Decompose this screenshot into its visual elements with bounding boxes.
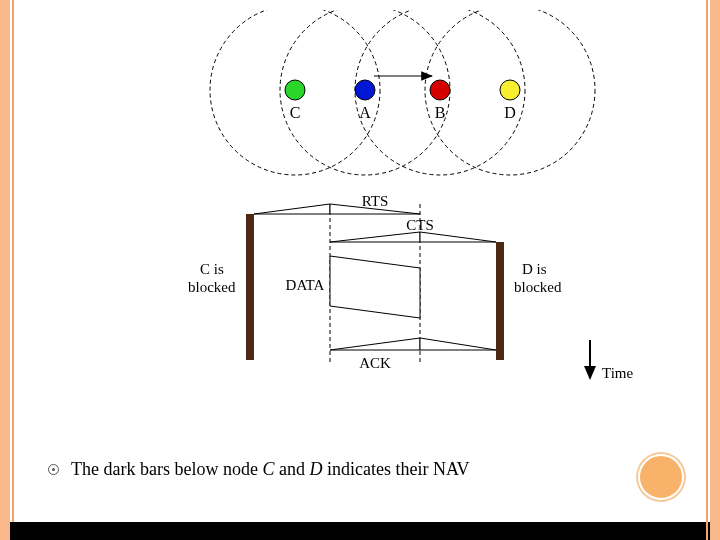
- diagram-area: C A B D: [110, 10, 630, 440]
- bottom-band: [10, 522, 710, 540]
- node-D: [500, 80, 520, 100]
- caption-C: C: [262, 459, 274, 479]
- caption-prefix: The dark bars below node: [71, 459, 262, 479]
- label-RTS: RTS: [362, 193, 389, 209]
- caption-row: The dark bars below node C and D indicat…: [48, 459, 470, 480]
- range-circles-diagram: C A B D: [150, 10, 650, 190]
- nav-bar-D: [496, 242, 504, 360]
- label-B: B: [435, 104, 446, 121]
- slide-frame: C A B D: [0, 0, 720, 540]
- label-D-blocked-2: blocked: [514, 279, 562, 295]
- label-A: A: [359, 104, 371, 121]
- corner-accent-circle: [638, 454, 684, 500]
- node-C: [285, 80, 305, 100]
- timing-diagram: RTS CTS DATA ACK C is blocked D: [150, 190, 650, 420]
- msg-RTS: RTS: [254, 193, 420, 214]
- msg-ACK: ACK: [330, 338, 496, 371]
- label-C-blocked-1: C is: [200, 261, 224, 277]
- label-D-blocked-1: D is: [522, 261, 547, 277]
- caption-suffix: indicates their NAV: [322, 459, 469, 479]
- label-Time: Time: [602, 365, 633, 381]
- caption-D: D: [309, 459, 322, 479]
- msg-CTS: CTS: [330, 217, 496, 242]
- caption-text: The dark bars below node C and D indicat…: [71, 459, 470, 480]
- label-CTS: CTS: [406, 217, 434, 233]
- nav-bar-C: [246, 214, 254, 360]
- label-C-blocked-2: blocked: [188, 279, 236, 295]
- node-A: [355, 80, 375, 100]
- label-ACK: ACK: [359, 355, 391, 371]
- label-C: C: [290, 104, 301, 121]
- node-B: [430, 80, 450, 100]
- bullet-icon: [48, 464, 59, 475]
- msg-DATA: DATA: [286, 256, 420, 318]
- label-DATA: DATA: [286, 277, 325, 293]
- time-arrowhead-icon: [584, 366, 596, 380]
- label-D: D: [504, 104, 516, 121]
- caption-mid: and: [274, 459, 309, 479]
